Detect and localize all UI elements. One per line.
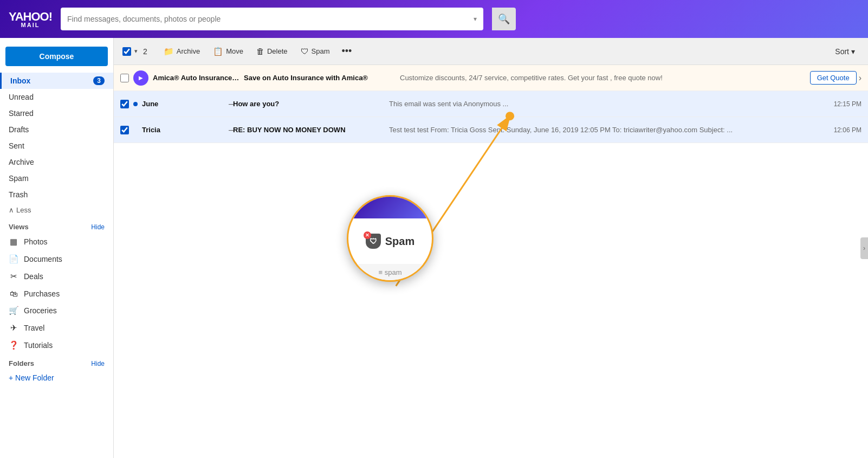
tutorials-icon: ❓ bbox=[9, 340, 18, 350]
photos-icon: ▦ bbox=[9, 237, 18, 247]
email-checkbox[interactable] bbox=[120, 74, 129, 82]
selected-count: 2 bbox=[143, 47, 147, 56]
folders-label: Folders bbox=[9, 359, 34, 367]
groceries-icon: 🛒 bbox=[9, 306, 18, 315]
inbox-badge: 3 bbox=[93, 76, 105, 85]
email-preview: This email was sent via Anonymous ... bbox=[389, 100, 825, 108]
table-row[interactable]: June – How are you? This email was sent … bbox=[114, 91, 868, 117]
header: YAHOO! MAIL ▾ 🔍 bbox=[0, 0, 868, 38]
drafts-label: Drafts bbox=[9, 125, 29, 134]
caret-up-icon: ∧ bbox=[9, 206, 14, 214]
get-quote-button[interactable]: Get Quote bbox=[810, 71, 857, 85]
mail-text: MAIL bbox=[21, 22, 40, 28]
views-section-header: Views Hide bbox=[0, 217, 113, 233]
sidebar-item-starred[interactable]: Starred bbox=[0, 105, 113, 121]
email-subject: Save on Auto Insurance with Amica® bbox=[244, 74, 396, 82]
sidebar-item-inbox[interactable]: Inbox 3 bbox=[0, 73, 113, 89]
new-folder-button[interactable]: + New Folder bbox=[0, 370, 113, 386]
search-bar: ▾ bbox=[61, 8, 483, 30]
chevron-down-icon[interactable]: ▾ bbox=[474, 15, 477, 23]
unread-label: Unread bbox=[9, 93, 34, 101]
tutorials-label: Tutorials bbox=[24, 341, 53, 350]
search-button[interactable]: 🔍 bbox=[492, 8, 516, 30]
yahoo-logo: YAHOO! MAIL bbox=[9, 10, 52, 28]
sidebar-item-tutorials[interactable]: ❓ Tutorials bbox=[0, 337, 113, 354]
email-sender: Amica® Auto Insurance AD bbox=[153, 74, 239, 82]
email-preview: Customize discounts, 24/7 service, compe… bbox=[400, 74, 801, 82]
ad-badge: AD bbox=[236, 75, 239, 82]
documents-label: Documents bbox=[24, 255, 62, 263]
spam-shield-icon: 🛡 bbox=[301, 47, 309, 56]
folders-section-header: Folders Hide bbox=[0, 354, 113, 370]
sidebar-item-photos[interactable]: ▦ Photos bbox=[0, 233, 113, 250]
email-subject: RE: BUY NOW NO MONEY DOWN bbox=[233, 126, 385, 134]
sort-button[interactable]: Sort ▾ bbox=[831, 44, 859, 59]
move-label: Move bbox=[226, 47, 243, 55]
less-toggle[interactable]: ∧ Less bbox=[0, 203, 113, 217]
sidebar-item-drafts[interactable]: Drafts bbox=[0, 121, 113, 138]
email-list: ▾ 2 📁 Archive 📋 Move 🗑 Delete 🛡 Spam ••• bbox=[114, 38, 868, 458]
views-label: Views bbox=[9, 223, 29, 231]
sidebar-item-deals[interactable]: ✂ Deals bbox=[0, 268, 113, 285]
play-button[interactable]: ▶ bbox=[133, 70, 148, 86]
move-icon: 📋 bbox=[213, 47, 223, 56]
folders-hide-link[interactable]: Hide bbox=[91, 360, 105, 367]
email-rows: ▶ Amica® Auto Insurance AD Save on Auto … bbox=[114, 65, 868, 458]
unread-indicator bbox=[133, 102, 138, 106]
photos-label: Photos bbox=[24, 237, 48, 246]
deals-label: Deals bbox=[24, 272, 43, 281]
archive-button[interactable]: 📁 Archive bbox=[158, 44, 205, 59]
sidebar-item-documents[interactable]: 📄 Documents bbox=[0, 250, 113, 268]
archive-label: Archive bbox=[177, 47, 200, 55]
purchases-label: Purchases bbox=[24, 289, 60, 298]
spam-label: Spam bbox=[9, 174, 29, 183]
less-label: Less bbox=[16, 206, 31, 214]
starred-label: Starred bbox=[9, 109, 34, 118]
sort-label: Sort bbox=[835, 47, 849, 56]
table-row[interactable]: ▶ Amica® Auto Insurance AD Save on Auto … bbox=[114, 65, 868, 91]
delete-label: Delete bbox=[267, 47, 288, 55]
select-dropdown-icon[interactable]: ▾ bbox=[134, 48, 138, 55]
email-preview: Test test test From: Tricia Goss Sent: S… bbox=[389, 126, 825, 134]
email-sender: Tricia bbox=[142, 126, 229, 134]
main-layout: Compose Inbox 3 Unread Starred Drafts Se… bbox=[0, 38, 868, 458]
compose-button[interactable]: Compose bbox=[5, 47, 108, 66]
email-subject: How are you? bbox=[233, 100, 385, 108]
sidebar-item-spam[interactable]: Spam bbox=[0, 170, 113, 186]
email-time: 12:06 PM bbox=[834, 126, 861, 134]
sidebar-item-groceries[interactable]: 🛒 Groceries bbox=[0, 302, 113, 319]
deals-icon: ✂ bbox=[9, 272, 18, 281]
sent-label: Sent bbox=[9, 141, 24, 150]
sidebar-item-unread[interactable]: Unread bbox=[0, 89, 113, 105]
spam-label: Spam bbox=[312, 47, 330, 55]
views-hide-link[interactable]: Hide bbox=[91, 223, 105, 231]
trash-label: Trash bbox=[9, 190, 28, 199]
sidebar-item-travel[interactable]: ✈ Travel bbox=[0, 319, 113, 337]
spam-button[interactable]: 🛡 Spam bbox=[295, 44, 335, 59]
expand-icon[interactable]: › bbox=[859, 73, 861, 83]
right-panel-toggle[interactable]: › bbox=[860, 237, 868, 259]
purchases-icon: 🛍 bbox=[9, 289, 18, 298]
search-input[interactable] bbox=[67, 15, 469, 23]
sidebar-item-archive[interactable]: Archive bbox=[0, 154, 113, 170]
sidebar: Compose Inbox 3 Unread Starred Drafts Se… bbox=[0, 38, 114, 458]
email-checkbox[interactable] bbox=[120, 100, 129, 108]
email-checkbox[interactable] bbox=[120, 126, 129, 134]
sidebar-item-trash[interactable]: Trash bbox=[0, 186, 113, 203]
sidebar-item-sent[interactable]: Sent bbox=[0, 138, 113, 154]
sidebar-item-purchases[interactable]: 🛍 Purchases bbox=[0, 285, 113, 302]
email-sender: June bbox=[142, 100, 229, 108]
archive-label: Archive bbox=[9, 158, 34, 166]
archive-icon: 📁 bbox=[164, 47, 174, 56]
table-row[interactable]: Tricia – RE: BUY NOW NO MONEY DOWN Test … bbox=[114, 117, 868, 143]
sort-chevron-icon: ▾ bbox=[851, 47, 855, 56]
travel-icon: ✈ bbox=[9, 323, 18, 333]
select-all-checkbox[interactable] bbox=[122, 47, 131, 56]
move-button[interactable]: 📋 Move bbox=[208, 44, 249, 59]
groceries-label: Groceries bbox=[24, 306, 57, 315]
email-time: 12:15 PM bbox=[834, 100, 861, 108]
email-toolbar: ▾ 2 📁 Archive 📋 Move 🗑 Delete 🛡 Spam ••• bbox=[114, 38, 868, 65]
separator: – bbox=[229, 99, 233, 109]
delete-button[interactable]: 🗑 Delete bbox=[251, 44, 293, 59]
more-actions-button[interactable]: ••• bbox=[338, 43, 357, 60]
